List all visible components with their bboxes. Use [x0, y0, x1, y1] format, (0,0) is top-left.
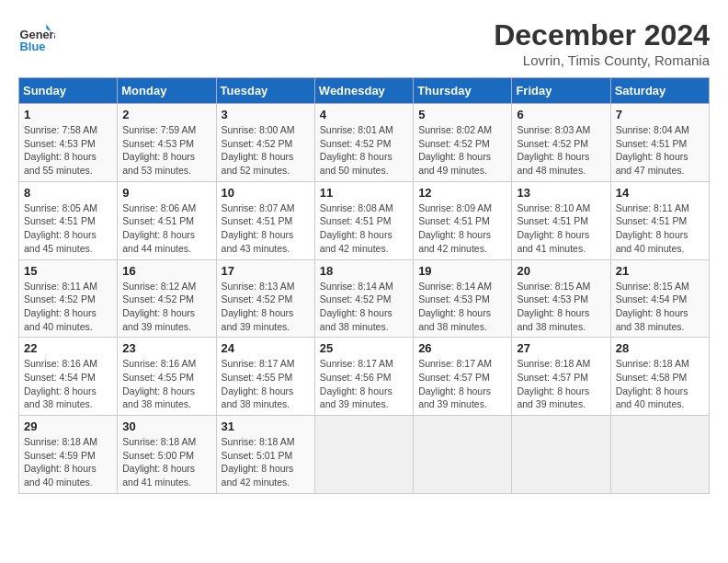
day-number: 1: [24, 108, 112, 121]
day-info: Sunrise: 8:10 AM Sunset: 4:51 PM Dayligh…: [517, 201, 605, 256]
calendar-day-cell: 12Sunrise: 8:09 AM Sunset: 4:51 PM Dayli…: [414, 181, 512, 259]
day-number: 21: [616, 264, 704, 278]
day-number: 5: [418, 108, 506, 121]
day-info: Sunrise: 8:17 AM Sunset: 4:57 PM Dayligh…: [418, 357, 506, 411]
day-info: Sunrise: 8:14 AM Sunset: 4:52 PM Dayligh…: [320, 280, 408, 334]
day-number: 26: [418, 341, 506, 355]
calendar-header-row: SundayMondayTuesdayWednesdayThursdayFrid…: [19, 78, 710, 104]
day-number: 25: [320, 341, 408, 355]
day-number: 20: [517, 264, 605, 278]
svg-text:Blue: Blue: [20, 40, 46, 53]
day-number: 28: [616, 341, 704, 355]
day-of-week-header: Tuesday: [216, 78, 314, 104]
calendar-day-cell: [610, 416, 709, 494]
day-number: 13: [517, 186, 605, 200]
day-number: 30: [122, 419, 210, 433]
calendar-day-cell: 29Sunrise: 8:18 AM Sunset: 4:59 PM Dayli…: [19, 416, 118, 494]
day-number: 29: [24, 419, 112, 433]
day-info: Sunrise: 8:13 AM Sunset: 4:52 PM Dayligh…: [222, 280, 310, 334]
day-number: 16: [122, 264, 210, 278]
day-info: Sunrise: 8:18 AM Sunset: 5:01 PM Dayligh…: [222, 435, 310, 489]
calendar-day-cell: 24Sunrise: 8:17 AM Sunset: 4:55 PM Dayli…: [216, 338, 314, 416]
calendar-day-cell: 6Sunrise: 8:03 AM Sunset: 4:52 PM Daylig…: [512, 104, 610, 182]
calendar-week-row: 8Sunrise: 8:05 AM Sunset: 4:51 PM Daylig…: [19, 181, 710, 259]
day-of-week-header: Sunday: [19, 78, 118, 104]
day-number: 4: [320, 108, 408, 121]
calendar-day-cell: 27Sunrise: 8:18 AM Sunset: 4:57 PM Dayli…: [512, 338, 610, 416]
calendar-day-cell: 25Sunrise: 8:17 AM Sunset: 4:56 PM Dayli…: [314, 338, 413, 416]
calendar-day-cell: 3Sunrise: 8:00 AM Sunset: 4:52 PM Daylig…: [216, 104, 314, 182]
day-info: Sunrise: 7:59 AM Sunset: 4:53 PM Dayligh…: [122, 123, 210, 178]
location-subtitle: Lovrin, Timis County, Romania: [494, 52, 710, 68]
calendar-day-cell: 13Sunrise: 8:10 AM Sunset: 4:51 PM Dayli…: [512, 181, 610, 259]
day-info: Sunrise: 8:06 AM Sunset: 4:51 PM Dayligh…: [122, 201, 210, 256]
calendar-day-cell: [414, 416, 512, 494]
day-number: 15: [24, 264, 112, 278]
calendar-day-cell: 31Sunrise: 8:18 AM Sunset: 5:01 PM Dayli…: [216, 416, 314, 494]
calendar-day-cell: [314, 416, 413, 494]
day-info: Sunrise: 8:03 AM Sunset: 4:52 PM Dayligh…: [517, 123, 605, 178]
calendar-day-cell: 26Sunrise: 8:17 AM Sunset: 4:57 PM Dayli…: [414, 338, 512, 416]
logo: General Blue: [18, 18, 59, 55]
calendar-day-cell: 30Sunrise: 8:18 AM Sunset: 5:00 PM Dayli…: [118, 416, 216, 494]
month-title: December 2024: [494, 18, 710, 52]
day-info: Sunrise: 8:00 AM Sunset: 4:52 PM Dayligh…: [222, 123, 310, 178]
day-info: Sunrise: 8:02 AM Sunset: 4:52 PM Dayligh…: [418, 123, 506, 178]
day-of-week-header: Monday: [118, 78, 216, 104]
calendar-day-cell: 19Sunrise: 8:14 AM Sunset: 4:53 PM Dayli…: [414, 259, 512, 338]
calendar-day-cell: 2Sunrise: 7:59 AM Sunset: 4:53 PM Daylig…: [118, 104, 216, 182]
day-info: Sunrise: 8:05 AM Sunset: 4:51 PM Dayligh…: [24, 201, 112, 256]
day-number: 7: [616, 108, 704, 121]
day-number: 12: [418, 186, 506, 200]
day-of-week-header: Saturday: [610, 78, 709, 104]
calendar-day-cell: 9Sunrise: 8:06 AM Sunset: 4:51 PM Daylig…: [118, 181, 216, 259]
header: General Blue December 2024 Lovrin, Timis…: [18, 18, 710, 68]
calendar: SundayMondayTuesdayWednesdayThursdayFrid…: [18, 77, 710, 494]
day-info: Sunrise: 8:17 AM Sunset: 4:55 PM Dayligh…: [222, 357, 310, 411]
day-info: Sunrise: 8:01 AM Sunset: 4:52 PM Dayligh…: [320, 123, 408, 178]
calendar-day-cell: 15Sunrise: 8:11 AM Sunset: 4:52 PM Dayli…: [19, 259, 118, 338]
calendar-day-cell: 23Sunrise: 8:16 AM Sunset: 4:55 PM Dayli…: [118, 338, 216, 416]
day-info: Sunrise: 8:17 AM Sunset: 4:56 PM Dayligh…: [320, 357, 408, 411]
day-info: Sunrise: 8:14 AM Sunset: 4:53 PM Dayligh…: [418, 280, 506, 334]
day-info: Sunrise: 8:07 AM Sunset: 4:51 PM Dayligh…: [222, 201, 310, 256]
day-number: 17: [222, 264, 310, 278]
day-number: 18: [320, 264, 408, 278]
calendar-day-cell: 14Sunrise: 8:11 AM Sunset: 4:51 PM Dayli…: [610, 181, 709, 259]
calendar-day-cell: 5Sunrise: 8:02 AM Sunset: 4:52 PM Daylig…: [414, 104, 512, 182]
day-info: Sunrise: 8:11 AM Sunset: 4:52 PM Dayligh…: [24, 280, 112, 334]
day-number: 23: [122, 341, 210, 355]
day-number: 8: [24, 186, 112, 200]
day-number: 6: [517, 108, 605, 121]
calendar-day-cell: 16Sunrise: 8:12 AM Sunset: 4:52 PM Dayli…: [118, 259, 216, 338]
day-info: Sunrise: 8:16 AM Sunset: 4:54 PM Dayligh…: [24, 357, 112, 411]
day-number: 22: [24, 341, 112, 355]
day-info: Sunrise: 8:18 AM Sunset: 4:58 PM Dayligh…: [616, 357, 704, 411]
calendar-day-cell: 7Sunrise: 8:04 AM Sunset: 4:51 PM Daylig…: [610, 104, 709, 182]
calendar-day-cell: 20Sunrise: 8:15 AM Sunset: 4:53 PM Dayli…: [512, 259, 610, 338]
day-info: Sunrise: 7:58 AM Sunset: 4:53 PM Dayligh…: [24, 123, 112, 178]
day-number: 14: [616, 186, 704, 200]
calendar-day-cell: 4Sunrise: 8:01 AM Sunset: 4:52 PM Daylig…: [314, 104, 413, 182]
day-info: Sunrise: 8:12 AM Sunset: 4:52 PM Dayligh…: [122, 280, 210, 334]
day-info: Sunrise: 8:15 AM Sunset: 4:54 PM Dayligh…: [616, 280, 704, 334]
day-number: 11: [320, 186, 408, 200]
calendar-week-row: 1Sunrise: 7:58 AM Sunset: 4:53 PM Daylig…: [19, 104, 710, 182]
calendar-day-cell: 8Sunrise: 8:05 AM Sunset: 4:51 PM Daylig…: [19, 181, 118, 259]
day-info: Sunrise: 8:08 AM Sunset: 4:51 PM Dayligh…: [320, 201, 408, 256]
day-of-week-header: Wednesday: [314, 78, 413, 104]
calendar-day-cell: 18Sunrise: 8:14 AM Sunset: 4:52 PM Dayli…: [314, 259, 413, 338]
calendar-week-row: 29Sunrise: 8:18 AM Sunset: 4:59 PM Dayli…: [19, 416, 710, 494]
day-of-week-header: Friday: [512, 78, 610, 104]
day-number: 3: [222, 108, 310, 121]
day-number: 27: [517, 341, 605, 355]
calendar-day-cell: 11Sunrise: 8:08 AM Sunset: 4:51 PM Dayli…: [314, 181, 413, 259]
day-number: 19: [418, 264, 506, 278]
calendar-day-cell: 17Sunrise: 8:13 AM Sunset: 4:52 PM Dayli…: [216, 259, 314, 338]
title-area: December 2024 Lovrin, Timis County, Roma…: [494, 18, 710, 68]
day-info: Sunrise: 8:18 AM Sunset: 4:59 PM Dayligh…: [24, 435, 112, 489]
day-number: 31: [222, 419, 310, 433]
day-info: Sunrise: 8:16 AM Sunset: 4:55 PM Dayligh…: [122, 357, 210, 411]
day-info: Sunrise: 8:04 AM Sunset: 4:51 PM Dayligh…: [616, 123, 704, 178]
day-number: 9: [122, 186, 210, 200]
